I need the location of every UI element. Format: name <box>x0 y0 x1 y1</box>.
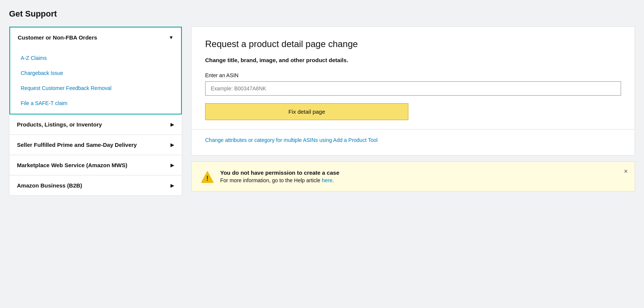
sidebar-items-list: A-Z Claims Chargeback Issue Request Cust… <box>9 47 182 114</box>
warning-help-link[interactable]: here <box>322 177 332 183</box>
sidebar-active-section: Customer or Non-FBA Orders ▼ A-Z Claims … <box>9 26 182 114</box>
asin-input[interactable] <box>205 81 621 96</box>
main-layout: Customer or Non-FBA Orders ▼ A-Z Claims … <box>9 26 635 196</box>
sidebar-section-prime-label: Seller Fulfilled Prime and Same-Day Deli… <box>17 142 137 148</box>
sidebar: Customer or Non-FBA Orders ▼ A-Z Claims … <box>9 26 182 196</box>
content-card-title: Request a product detail page change <box>205 39 621 49</box>
sidebar-item-chargeback[interactable]: Chargeback Issue <box>10 66 181 81</box>
warning-icon: ! <box>201 170 214 184</box>
sidebar-item-az-claims[interactable]: A-Z Claims <box>10 50 181 66</box>
sidebar-section-mws-label: Marketplace Web Service (Amazon MWS) <box>17 162 127 168</box>
sidebar-active-section-arrow: ▼ <box>169 35 174 40</box>
sidebar-active-section-label: Customer or Non-FBA Orders <box>18 34 97 41</box>
sidebar-item-safe-t[interactable]: File a SAFE-T claim <box>10 96 181 111</box>
content-card-subtitle: Change title, brand, image, and other pr… <box>205 57 621 63</box>
warning-text: You do not have permission to create a c… <box>220 169 626 183</box>
sidebar-section-products-label: Products, Listings, or Inventory <box>17 121 102 128</box>
sidebar-section-prime-arrow: ▶ <box>171 142 174 148</box>
sidebar-section-products[interactable]: Products, Listings, or Inventory ▶ <box>9 114 182 135</box>
content-card: Request a product detail page change Cha… <box>191 26 635 156</box>
content-divider <box>192 129 635 130</box>
warning-close-button[interactable]: × <box>624 168 628 175</box>
sidebar-section-products-arrow: ▶ <box>171 122 174 127</box>
sidebar-section-header-active[interactable]: Customer or Non-FBA Orders ▼ <box>9 27 182 47</box>
warning-banner: ! You do not have permission to create a… <box>191 162 635 192</box>
sidebar-section-prime[interactable]: Seller Fulfilled Prime and Same-Day Deli… <box>9 135 182 155</box>
content-area: Request a product detail page change Cha… <box>182 26 635 196</box>
sidebar-section-b2b[interactable]: Amazon Business (B2B) ▶ <box>9 175 182 196</box>
warning-description: For more information, go to the Help art… <box>220 177 626 183</box>
sidebar-item-feedback-removal[interactable]: Request Customer Feedback Removal <box>10 81 181 96</box>
sidebar-section-mws[interactable]: Marketplace Web Service (Amazon MWS) ▶ <box>9 155 182 175</box>
sidebar-section-b2b-arrow: ▶ <box>171 183 174 188</box>
change-attributes-link[interactable]: Change attributes or category for multip… <box>205 137 621 143</box>
fix-detail-page-button[interactable]: Fix detail page <box>205 103 408 120</box>
warning-title: You do not have permission to create a c… <box>220 169 626 176</box>
sidebar-section-b2b-label: Amazon Business (B2B) <box>17 182 82 189</box>
warning-desc-text: For more information, go to the Help art… <box>220 177 322 183</box>
page-title: Get Support <box>9 9 635 19</box>
svg-text:!: ! <box>206 175 209 182</box>
warning-period: . <box>332 177 334 183</box>
asin-label: Enter an ASIN <box>205 72 621 78</box>
sidebar-section-mws-arrow: ▶ <box>171 162 174 168</box>
